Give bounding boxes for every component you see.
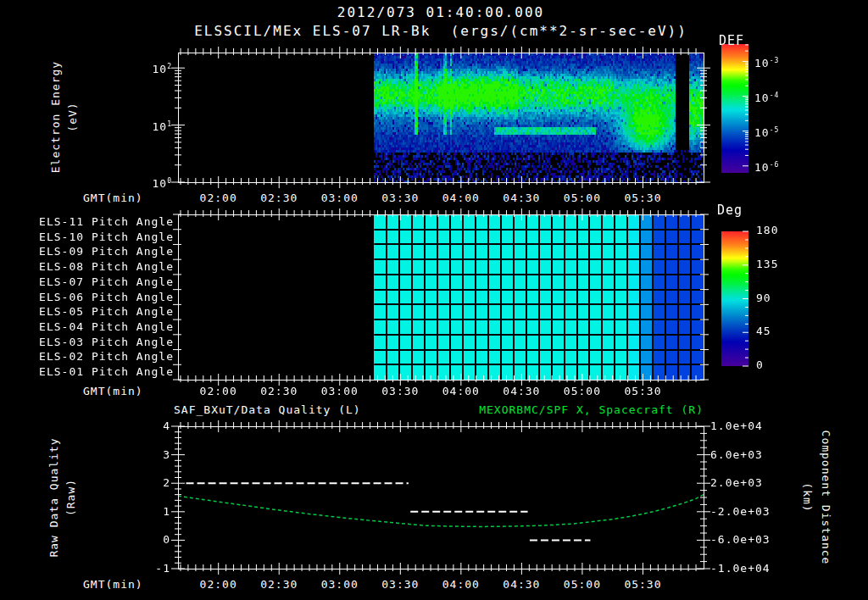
panel1-y-tick-label: 100 [152, 175, 172, 191]
panel1-x-tick-label: 04:30 [503, 192, 540, 205]
panel3-x-tick-label: 03:30 [381, 578, 419, 592]
pitch-angle-row-label: ELS-06 Pitch Angle [39, 291, 174, 304]
panel3-x-tick-label: 02:30 [260, 578, 298, 592]
header-title: ELSSCIL/MEx ELS-07 LR-Bk (ergs/(cm**2-sr… [194, 23, 687, 40]
panel3-left-y-tick-label: 2 [163, 476, 170, 490]
panel3-x-tick-label: 05:30 [624, 578, 661, 592]
panel3-x-tick-label: 05:00 [564, 578, 601, 592]
pitch-angle-row-label: ELS-05 Pitch Angle [39, 305, 174, 319]
panel3-left-y-tick-label: -1 [155, 562, 170, 575]
def-colorbar-tick-label: 10-4 [754, 89, 779, 105]
panel1-y-axis-unit: (eV) [66, 102, 80, 131]
panel3-right-y-tick-label: -1.0e+04 [710, 562, 771, 575]
panel3-left-y-tick-label: 0 [163, 533, 170, 547]
pitch-angle-row-label: ELS-09 Pitch Angle [39, 245, 174, 258]
deg-colorbar-tick-label: 0 [756, 358, 764, 372]
pitch-angle-row-label: ELS-08 Pitch Angle [39, 260, 174, 274]
panel3-right-y-tick-label: 1.0e+04 [710, 419, 763, 433]
panel1-y-tick-label: 102 [152, 60, 172, 76]
panel1-x-tick-label: 02:00 [200, 192, 237, 205]
panel2-x-tick-label: 03:00 [321, 385, 359, 398]
panel2-x-tick-label: 05:00 [564, 385, 601, 398]
panel1-y-axis-label: Electron Energy [49, 61, 63, 173]
deg-colorbar-title: Deg [717, 203, 743, 217]
panel2-x-axis-label: GMT(min) [83, 385, 143, 398]
panel3-x-tick-label: 04:00 [442, 578, 480, 592]
panel1-x-tick-label: 02:30 [260, 192, 298, 205]
panel2-x-tick-label: 05:30 [624, 385, 661, 398]
panel1-x-tick-label: 03:00 [321, 192, 359, 205]
quality-distance-plot-canvas [165, 418, 716, 577]
pitch-angle-row-label: ELS-01 Pitch Angle [39, 365, 174, 379]
panel3-right-y-axis-unit: (km) [800, 482, 814, 512]
panel3-right-y-tick-label: -2.0e+03 [710, 505, 771, 519]
panel1-y-tick-label: 101 [152, 118, 172, 134]
panel3-x-axis-label: GMT(min) [83, 578, 143, 592]
pitch-angle-row-label: ELS-07 Pitch Angle [39, 275, 174, 289]
panel3-right-y-tick-label: 6.0e+03 [710, 448, 763, 462]
panel3-left-y-tick-label: 1 [163, 505, 170, 519]
def-colorbar-tick-label: 10-5 [754, 124, 779, 140]
spectrogram-viewer: 2012/073 01:40:00.000 ELSSCIL/MEx ELS-07… [0, 0, 868, 600]
panel3-right-y-axis-label: Component Distance [819, 431, 832, 565]
header-datetime: 2012/073 01:40:00.000 [337, 4, 544, 21]
panel3-left-y-axis-label: Raw Data Quality [47, 437, 61, 557]
panel3-right-series-title: MEXORBMC/SPF X, Spacecraft (R) [479, 403, 704, 417]
pitch-angle-row-label: ELS-10 Pitch Angle [39, 231, 174, 244]
def-colorbar-title: DEF [719, 34, 744, 47]
panel2-x-tick-label: 03:30 [381, 385, 419, 398]
pitch-angle-heatmap-canvas [165, 206, 716, 388]
def-colorbar-tick-label: 10-3 [754, 54, 779, 70]
panel2-x-tick-label: 04:30 [503, 385, 540, 398]
def-colorbar-tick-label: 10-6 [754, 158, 779, 175]
electron-energy-spectrogram-canvas [165, 44, 716, 191]
pitch-angle-row-label: ELS-03 Pitch Angle [39, 336, 174, 349]
panel1-x-tick-label: 05:30 [624, 192, 661, 205]
panel2-x-tick-label: 02:30 [260, 385, 298, 398]
panel3-left-y-tick-label: 3 [163, 448, 170, 462]
panel3-left-series-title: SAF_BXuT/Data Quality (L) [174, 403, 361, 417]
panel2-x-tick-label: 02:00 [200, 385, 237, 398]
panel3-x-tick-label: 04:30 [503, 578, 540, 592]
panel2-x-tick-label: 04:00 [442, 385, 480, 398]
pitch-angle-row-label: ELS-04 Pitch Angle [39, 320, 174, 334]
pitch-angle-row-label: ELS-02 Pitch Angle [39, 350, 174, 364]
panel3-x-tick-label: 02:00 [200, 578, 237, 592]
panel1-x-axis-label: GMT(min) [83, 192, 143, 205]
panel3-left-y-tick-label: 4 [163, 419, 170, 433]
panel1-x-tick-label: 03:30 [381, 192, 419, 205]
panel1-x-tick-label: 04:00 [442, 192, 480, 205]
panel3-right-y-tick-label: -6.0e+03 [710, 533, 771, 547]
deg-colorbar-tick-label: 180 [756, 224, 778, 237]
panel3-right-y-tick-label: 2.0e+03 [710, 476, 763, 490]
deg-colorbar-tick-label: 135 [756, 258, 778, 271]
panel1-x-tick-label: 05:00 [564, 192, 601, 205]
deg-colorbar-tick-label: 90 [756, 292, 771, 305]
deg-colorbar-tick-label: 45 [756, 325, 771, 338]
panel3-left-y-axis-unit: (Raw) [64, 479, 78, 516]
panel3-x-tick-label: 03:00 [321, 578, 359, 592]
pitch-angle-row-label: ELS-11 Pitch Angle [39, 215, 174, 229]
